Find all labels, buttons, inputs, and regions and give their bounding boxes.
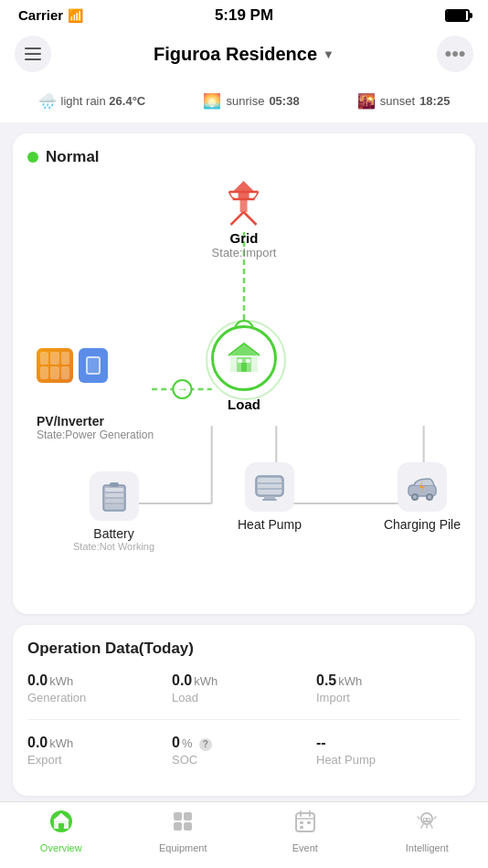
sunrise-label: sunrise [226,94,264,108]
node-grid[interactable]: Grid State:Import [212,179,277,259]
import-value: 0.5kWh [316,672,461,689]
svg-point-59 [424,819,426,820]
pv-icons [37,348,108,383]
svg-rect-29 [105,504,123,509]
svg-rect-26 [105,488,123,492]
svg-rect-22 [238,359,242,363]
svg-rect-47 [184,812,192,820]
svg-rect-56 [300,826,303,829]
battery-label: Battery [93,526,133,541]
main-card: Normal ↓ → [13,133,475,614]
node-battery[interactable]: Battery State:Not Working [73,471,154,552]
status-time: 5:19 PM [215,6,273,25]
battery-icon [90,471,139,521]
nav-equipment[interactable]: Equipment [122,810,245,853]
more-button[interactable]: ••• [437,36,473,72]
chevron-down-icon: ▼ [323,48,334,61]
soc-value: 0% ? [172,735,316,751]
generation-value: 0.0kWh [27,672,172,689]
charging-pile-icon [398,462,447,512]
svg-rect-35 [262,499,277,501]
system-status-row: Normal [27,148,461,166]
node-chargepile[interactable]: Charging Pile [384,462,461,532]
header: Figuroa Residence ▼ ••• [0,26,488,85]
node-heatpump[interactable]: Heat Pump [238,462,302,532]
svg-rect-31 [258,478,281,494]
nav-intelligent[interactable]: Intelligent [366,810,489,853]
status-dot [27,152,38,163]
overview-icon [49,810,73,839]
nav-intelligent-label: Intelligent [406,842,449,853]
grid-label: Grid [230,230,259,246]
carrier-label: Carrier [18,7,63,23]
data-generation: 0.0kWh Generation [27,672,172,704]
load-value: 0.0kWh [172,672,316,689]
data-import: 0.5kWh Import [316,672,461,704]
svg-rect-49 [184,822,192,831]
data-export: 0.0kWh Export [27,735,172,767]
svg-rect-25 [110,482,119,487]
grid-icon [220,179,268,227]
export-label: Export [27,753,172,767]
nav-equipment-label: Equipment [159,842,207,853]
node-pv[interactable]: PV/Inverter State:Power Generation [37,348,154,441]
svg-line-17 [244,212,257,225]
sunrise-time: 05:38 [269,94,299,108]
svg-rect-54 [300,821,303,824]
svg-rect-28 [105,499,123,503]
svg-rect-55 [307,821,311,824]
svg-line-65 [434,817,436,819]
flow-diagram: ↓ → [27,179,461,599]
svg-rect-46 [174,812,182,820]
pv-state: State:Power Generation [37,429,154,441]
house-icon [211,325,277,391]
data-row-1: 0.0kWh Generation 0.0kWh Load 0.5kWh Imp… [27,672,461,704]
status-text: Normal [46,148,100,166]
svg-line-61 [421,824,423,828]
data-heatpump: -- Heat Pump [316,735,461,767]
svg-rect-21 [241,363,247,372]
equipment-icon [171,810,195,839]
generation-label: Generation [27,691,172,704]
soc-help-icon[interactable]: ? [199,738,212,751]
nav-event[interactable]: Event [244,810,366,853]
bottom-nav: Overview Equipment Event [0,801,488,868]
heat-pump-label: Heat Pump [238,517,302,532]
menu-button[interactable] [15,36,51,72]
grid-state: State:Import [212,246,277,259]
weather-condition: 🌧️ light rain 26.4°C [38,92,146,110]
sunrise-icon: 🌅 [203,92,221,110]
svg-rect-13 [240,199,248,212]
status-bar: Carrier 📶 5:19 PM [0,0,488,26]
heatpump-stat-label: Heat Pump [316,753,461,767]
sunset-label: sunset [380,94,415,108]
svg-point-60 [428,819,430,820]
svg-rect-48 [174,822,182,831]
svg-line-63 [430,824,432,828]
intelligent-icon [415,810,439,839]
svg-rect-20 [237,357,251,372]
svg-marker-12 [233,181,255,199]
weather-bar: 🌧️ light rain 26.4°C 🌅 sunrise 05:38 🌇 s… [0,85,488,122]
data-load: 0.0kWh Load [172,672,316,704]
svg-rect-45 [58,823,64,829]
nav-overview-label: Overview [40,842,82,853]
soc-label: SOC [172,753,316,767]
svg-line-16 [231,212,244,225]
svg-point-39 [413,495,417,499]
node-load[interactable]: Load [211,325,277,412]
weather-text: light rain 26.4°C [61,94,146,108]
sunset-time: 18:25 [419,94,450,108]
svg-rect-50 [296,813,314,831]
svg-point-40 [428,495,431,499]
heat-pump-icon [245,462,294,512]
data-row-2: 0.0kWh Export 0% ? SOC -- Heat Pump [27,735,461,767]
battery-state: State:Not Working [73,541,154,552]
svg-point-4 [173,380,191,398]
svg-line-64 [418,817,419,819]
header-title-wrap[interactable]: Figuroa Residence ▼ [154,44,334,65]
svg-text:→: → [176,383,187,396]
data-soc: 0% ? SOC [172,735,316,767]
nav-overview[interactable]: Overview [0,810,122,853]
sunset-icon: 🌇 [357,92,376,110]
